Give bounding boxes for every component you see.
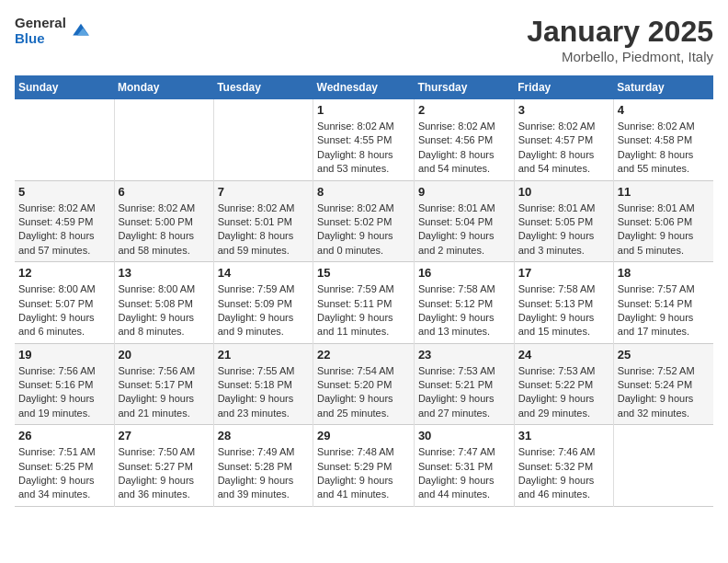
day-number: 10 — [518, 185, 609, 199]
day-number: 25 — [618, 348, 710, 362]
day-cell: 14Sunrise: 7:59 AM Sunset: 5:09 PM Dayli… — [213, 262, 313, 344]
day-cell: 28Sunrise: 7:49 AM Sunset: 5:28 PM Dayli… — [213, 425, 313, 507]
day-cell: 2Sunrise: 8:02 AM Sunset: 4:56 PM Daylig… — [414, 99, 514, 180]
day-cell: 24Sunrise: 7:53 AM Sunset: 5:22 PM Dayli… — [514, 343, 613, 425]
day-number: 8 — [317, 185, 410, 199]
day-cell — [15, 99, 114, 180]
day-info: Sunrise: 8:00 AM Sunset: 5:08 PM Dayligh… — [119, 282, 210, 339]
day-header-sunday: Sunday — [15, 75, 114, 99]
day-info: Sunrise: 8:01 AM Sunset: 5:06 PM Dayligh… — [618, 201, 710, 259]
day-info: Sunrise: 8:02 AM Sunset: 5:01 PM Dayligh… — [218, 201, 309, 259]
day-cell: 5Sunrise: 8:02 AM Sunset: 4:59 PM Daylig… — [15, 180, 114, 262]
day-info: Sunrise: 7:57 AM Sunset: 5:14 PM Dayligh… — [618, 282, 710, 339]
day-cell: 11Sunrise: 8:01 AM Sunset: 5:06 PM Dayli… — [613, 180, 713, 262]
day-number: 28 — [218, 429, 309, 442]
day-header-saturday: Saturday — [613, 75, 713, 99]
day-cell: 17Sunrise: 7:58 AM Sunset: 5:13 PM Dayli… — [514, 262, 613, 344]
day-number: 13 — [119, 266, 210, 280]
day-cell: 25Sunrise: 7:52 AM Sunset: 5:24 PM Dayli… — [613, 343, 713, 425]
day-number: 26 — [18, 429, 110, 442]
day-number: 21 — [218, 348, 309, 362]
day-cell: 9Sunrise: 8:01 AM Sunset: 5:04 PM Daylig… — [414, 180, 514, 262]
day-info: Sunrise: 7:53 AM Sunset: 5:21 PM Dayligh… — [418, 364, 510, 421]
day-cell: 31Sunrise: 7:46 AM Sunset: 5:32 PM Dayli… — [514, 425, 613, 507]
day-cell: 13Sunrise: 8:00 AM Sunset: 5:08 PM Dayli… — [114, 262, 213, 344]
day-number: 9 — [418, 185, 510, 199]
day-number: 15 — [317, 266, 410, 280]
week-row: 19Sunrise: 7:56 AM Sunset: 5:16 PM Dayli… — [15, 343, 713, 425]
day-cell: 21Sunrise: 7:55 AM Sunset: 5:18 PM Dayli… — [213, 343, 313, 425]
day-number: 19 — [18, 348, 110, 362]
day-cell: 7Sunrise: 8:02 AM Sunset: 5:01 PM Daylig… — [213, 180, 313, 262]
day-number: 16 — [418, 266, 510, 280]
day-cell: 19Sunrise: 7:56 AM Sunset: 5:16 PM Dayli… — [15, 343, 114, 425]
day-header-thursday: Thursday — [414, 75, 514, 99]
day-number: 12 — [18, 266, 110, 280]
day-info: Sunrise: 7:58 AM Sunset: 5:12 PM Dayligh… — [418, 282, 510, 339]
day-info: Sunrise: 7:48 AM Sunset: 5:29 PM Dayligh… — [317, 445, 410, 502]
day-number: 18 — [618, 266, 710, 280]
day-number: 23 — [418, 348, 510, 362]
day-info: Sunrise: 8:01 AM Sunset: 5:05 PM Dayligh… — [518, 201, 609, 259]
calendar-table: SundayMondayTuesdayWednesdayThursdayFrid… — [15, 75, 713, 507]
day-info: Sunrise: 8:02 AM Sunset: 4:57 PM Dayligh… — [518, 120, 609, 177]
day-cell — [114, 99, 213, 180]
day-number: 5 — [18, 185, 110, 199]
logo-general-text: General — [15, 15, 66, 30]
day-header-tuesday: Tuesday — [213, 75, 313, 99]
day-info: Sunrise: 8:02 AM Sunset: 4:58 PM Dayligh… — [618, 120, 710, 177]
logo: General Blue — [15, 15, 92, 46]
day-cell: 29Sunrise: 7:48 AM Sunset: 5:29 PM Dayli… — [313, 425, 415, 507]
day-header-friday: Friday — [514, 75, 613, 99]
month-title: January 2025 — [527, 15, 713, 49]
title-section: January 2025 Morbello, Piedmont, Italy — [527, 15, 713, 64]
day-cell: 27Sunrise: 7:50 AM Sunset: 5:27 PM Dayli… — [114, 425, 213, 507]
day-cell: 6Sunrise: 8:02 AM Sunset: 5:00 PM Daylig… — [114, 180, 213, 262]
day-info: Sunrise: 7:50 AM Sunset: 5:27 PM Dayligh… — [119, 445, 210, 502]
day-info: Sunrise: 7:54 AM Sunset: 5:20 PM Dayligh… — [317, 364, 410, 421]
day-info: Sunrise: 7:56 AM Sunset: 5:16 PM Dayligh… — [18, 364, 110, 421]
day-number: 2 — [418, 103, 510, 117]
week-row: 5Sunrise: 8:02 AM Sunset: 4:59 PM Daylig… — [15, 180, 713, 262]
day-info: Sunrise: 7:49 AM Sunset: 5:28 PM Dayligh… — [218, 445, 309, 502]
day-cell: 12Sunrise: 8:00 AM Sunset: 5:07 PM Dayli… — [15, 262, 114, 344]
day-cell: 20Sunrise: 7:56 AM Sunset: 5:17 PM Dayli… — [114, 343, 213, 425]
day-info: Sunrise: 7:52 AM Sunset: 5:24 PM Dayligh… — [618, 364, 710, 421]
day-cell: 1Sunrise: 8:02 AM Sunset: 4:55 PM Daylig… — [313, 99, 415, 180]
day-info: Sunrise: 8:01 AM Sunset: 5:04 PM Dayligh… — [418, 201, 510, 259]
page-header: General Blue January 2025 Morbello, Pied… — [15, 15, 713, 64]
day-number: 27 — [119, 429, 210, 442]
day-cell: 22Sunrise: 7:54 AM Sunset: 5:20 PM Dayli… — [313, 343, 415, 425]
day-info: Sunrise: 7:47 AM Sunset: 5:31 PM Dayligh… — [418, 445, 510, 502]
week-row: 12Sunrise: 8:00 AM Sunset: 5:07 PM Dayli… — [15, 262, 713, 344]
day-cell: 4Sunrise: 8:02 AM Sunset: 4:58 PM Daylig… — [613, 99, 713, 180]
day-info: Sunrise: 8:02 AM Sunset: 4:55 PM Dayligh… — [317, 120, 410, 177]
day-cell — [213, 99, 313, 180]
day-info: Sunrise: 8:02 AM Sunset: 5:00 PM Dayligh… — [119, 201, 210, 259]
day-number: 22 — [317, 348, 410, 362]
day-number: 17 — [518, 266, 609, 280]
day-cell: 10Sunrise: 8:01 AM Sunset: 5:05 PM Dayli… — [514, 180, 613, 262]
day-cell: 3Sunrise: 8:02 AM Sunset: 4:57 PM Daylig… — [514, 99, 613, 180]
day-info: Sunrise: 7:56 AM Sunset: 5:17 PM Dayligh… — [119, 364, 210, 421]
week-row: 1Sunrise: 8:02 AM Sunset: 4:55 PM Daylig… — [15, 99, 713, 180]
header-row: SundayMondayTuesdayWednesdayThursdayFrid… — [15, 75, 713, 99]
day-cell: 26Sunrise: 7:51 AM Sunset: 5:25 PM Dayli… — [15, 425, 114, 507]
day-info: Sunrise: 8:02 AM Sunset: 4:59 PM Dayligh… — [18, 201, 110, 259]
day-number: 1 — [317, 103, 410, 117]
day-info: Sunrise: 7:58 AM Sunset: 5:13 PM Dayligh… — [518, 282, 609, 339]
day-info: Sunrise: 7:55 AM Sunset: 5:18 PM Dayligh… — [218, 364, 309, 421]
day-cell: 15Sunrise: 7:59 AM Sunset: 5:11 PM Dayli… — [313, 262, 415, 344]
location: Morbello, Piedmont, Italy — [527, 49, 713, 64]
day-number: 24 — [518, 348, 609, 362]
day-number: 14 — [218, 266, 309, 280]
logo-blue-text: Blue — [15, 30, 66, 46]
day-info: Sunrise: 7:59 AM Sunset: 5:11 PM Dayligh… — [317, 282, 410, 339]
day-info: Sunrise: 8:02 AM Sunset: 4:56 PM Dayligh… — [418, 120, 510, 177]
day-number: 6 — [119, 185, 210, 199]
day-number: 31 — [518, 429, 609, 442]
day-number: 4 — [618, 103, 710, 117]
day-info: Sunrise: 7:46 AM Sunset: 5:32 PM Dayligh… — [518, 445, 609, 502]
day-number: 30 — [418, 429, 510, 442]
day-cell: 8Sunrise: 8:02 AM Sunset: 5:02 PM Daylig… — [313, 180, 415, 262]
